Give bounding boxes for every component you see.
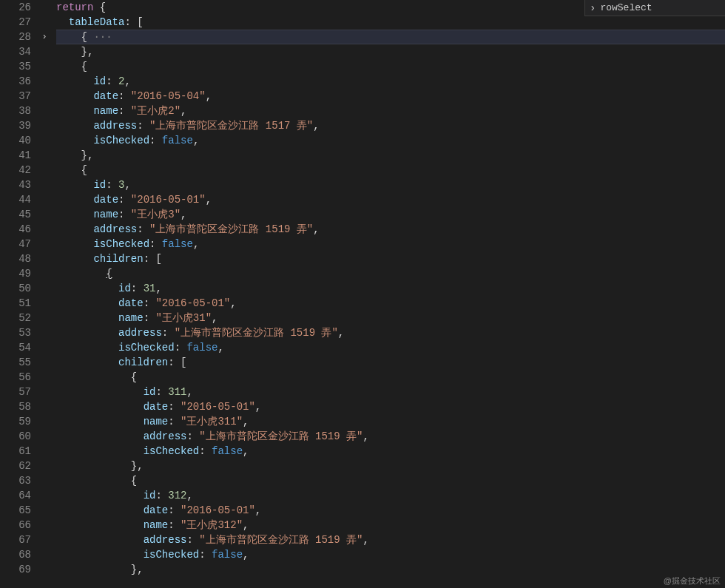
- line-number: 68: [0, 547, 31, 562]
- breadcrumb-bar[interactable]: › rowSelect: [584, 0, 725, 16]
- line-number: 69: [0, 562, 31, 577]
- line-number: 63: [0, 473, 31, 488]
- fold-collapsed-icon[interactable]: ›: [37, 30, 52, 44]
- code-line[interactable]: {: [56, 59, 725, 74]
- code-line[interactable]: {: [56, 473, 725, 488]
- line-number: 35: [0, 59, 31, 74]
- code-line[interactable]: address: "上海市普陀区金沙江路 1519 弄",: [56, 533, 725, 547]
- line-number: 67: [0, 533, 31, 547]
- line-number: 28: [0, 30, 31, 44]
- line-number: 51: [0, 296, 31, 311]
- line-number: 53: [0, 325, 31, 340]
- code-line[interactable]: address: "上海市普陀区金沙江路 1519 弄",: [56, 222, 725, 237]
- code-line[interactable]: date: "2016-05-01",: [56, 192, 725, 207]
- code-line[interactable]: date: "2016-05-01",: [56, 296, 725, 311]
- line-number-gutter: 26 27 28 34 35 36 37 38 39 40 41 42 43 4…: [0, 0, 37, 588]
- line-number: 64: [0, 488, 31, 503]
- line-number: 37: [0, 89, 31, 104]
- line-number: 43: [0, 178, 31, 192]
- line-number: 54: [0, 340, 31, 355]
- code-line[interactable]: {: [56, 163, 725, 178]
- line-number: 57: [0, 385, 31, 399]
- line-number: 59: [0, 414, 31, 429]
- code-line[interactable]: date: "2016-05-01",: [56, 503, 725, 518]
- line-number: 49: [0, 266, 31, 281]
- line-number: 36: [0, 74, 31, 89]
- line-number: 52: [0, 311, 31, 325]
- line-number: 38: [0, 104, 31, 118]
- line-number: 42: [0, 163, 31, 178]
- code-line[interactable]: name: "王小虎311",: [56, 414, 725, 429]
- line-number: 62: [0, 459, 31, 473]
- code-line[interactable]: children: [: [56, 355, 725, 370]
- code-line[interactable]: name: "王小虎31",: [56, 311, 725, 325]
- line-number: 46: [0, 222, 31, 237]
- fold-column: ›: [37, 0, 52, 588]
- code-line[interactable]: date: "2016-05-01",: [56, 399, 725, 414]
- code-line[interactable]: address: "上海市普陀区金沙江路 1517 弄",: [56, 118, 725, 133]
- code-line[interactable]: tableData: [: [56, 15, 725, 30]
- watermark: @掘金技术社区: [664, 575, 721, 587]
- line-number: 50: [0, 281, 31, 296]
- editor-container: 26 27 28 34 35 36 37 38 39 40 41 42 43 4…: [0, 0, 725, 588]
- code-line[interactable]: isChecked: false,: [56, 340, 725, 355]
- code-line[interactable]: address: "上海市普陀区金沙江路 1519 弄",: [56, 325, 725, 340]
- line-number: 45: [0, 207, 31, 222]
- code-line[interactable]: },: [56, 44, 725, 59]
- line-number: 55: [0, 355, 31, 370]
- code-line[interactable]: name: "王小虎2",: [56, 104, 725, 118]
- code-line[interactable]: {: [56, 266, 725, 281]
- code-line[interactable]: isChecked: false,: [56, 237, 725, 251]
- code-line[interactable]: id: 2,: [56, 74, 725, 89]
- code-line[interactable]: id: 311,: [56, 385, 725, 399]
- code-line[interactable]: },: [56, 148, 725, 163]
- code-line[interactable]: date: "2016-05-04",: [56, 89, 725, 104]
- code-line[interactable]: isChecked: false,: [56, 133, 725, 148]
- line-number: 39: [0, 118, 31, 133]
- code-line[interactable]: isChecked: false,: [56, 444, 725, 459]
- line-number: 41: [0, 148, 31, 163]
- line-number: 26: [0, 0, 31, 15]
- line-number: 65: [0, 503, 31, 518]
- code-line[interactable]: isChecked: false,: [56, 547, 725, 562]
- code-line[interactable]: id: 3,: [56, 178, 725, 192]
- code-line[interactable]: },: [56, 562, 725, 577]
- code-line[interactable]: id: 312,: [56, 488, 725, 503]
- line-number: 60: [0, 429, 31, 444]
- code-line[interactable]: name: "王小虎312",: [56, 518, 725, 533]
- line-number: 61: [0, 444, 31, 459]
- code-line[interactable]: },: [56, 459, 725, 473]
- code-area[interactable]: return { tableData: [ { ··· }, { id: 2, …: [52, 0, 725, 588]
- line-number: 58: [0, 399, 31, 414]
- code-line[interactable]: id: 31,: [56, 281, 725, 296]
- code-line[interactable]: name: "王小虎3",: [56, 207, 725, 222]
- line-number: 48: [0, 251, 31, 266]
- code-line-highlight[interactable]: { ···: [56, 30, 725, 44]
- chevron-right-icon: ›: [590, 2, 596, 14]
- line-number: 34: [0, 44, 31, 59]
- line-number: 47: [0, 237, 31, 251]
- code-line[interactable]: address: "上海市普陀区金沙江路 1519 弄",: [56, 429, 725, 444]
- breadcrumb-label: rowSelect: [600, 2, 652, 13]
- line-number: 27: [0, 15, 31, 30]
- code-line[interactable]: {: [56, 370, 725, 385]
- line-number: 40: [0, 133, 31, 148]
- line-number: 44: [0, 192, 31, 207]
- line-number: 56: [0, 370, 31, 385]
- code-line[interactable]: children: [: [56, 251, 725, 266]
- line-number: 66: [0, 518, 31, 533]
